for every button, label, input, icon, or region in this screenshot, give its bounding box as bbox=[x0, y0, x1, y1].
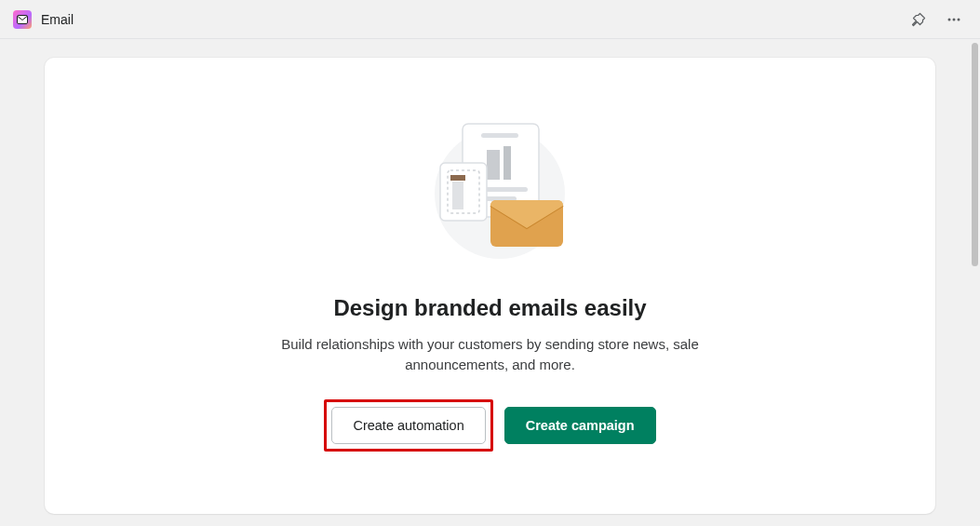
empty-state-title: Design branded emails easily bbox=[333, 295, 646, 321]
email-illustration bbox=[407, 105, 574, 273]
empty-state-subtitle: Build relationships with your customers … bbox=[248, 334, 732, 375]
svg-point-3 bbox=[958, 18, 960, 20]
page-header: Email bbox=[0, 0, 980, 39]
svg-point-2 bbox=[953, 18, 956, 20]
button-row: Create automation Create campaign bbox=[324, 399, 655, 452]
svg-rect-8 bbox=[503, 146, 511, 180]
svg-rect-13 bbox=[452, 182, 463, 209]
vertical-scrollbar[interactable] bbox=[972, 43, 978, 520]
svg-rect-7 bbox=[487, 150, 500, 180]
app-title: Email bbox=[41, 12, 74, 27]
create-campaign-button[interactable]: Create campaign bbox=[504, 407, 656, 444]
empty-state-card: Design branded emails easily Build relat… bbox=[45, 58, 935, 514]
svg-rect-6 bbox=[481, 133, 518, 138]
pin-icon[interactable] bbox=[906, 7, 932, 33]
content-area: Design branded emails easily Build relat… bbox=[0, 39, 980, 526]
svg-point-1 bbox=[948, 18, 951, 20]
scrollbar-thumb[interactable] bbox=[972, 43, 978, 266]
highlight-annotation: Create automation bbox=[324, 399, 492, 452]
header-left: Email bbox=[13, 10, 74, 29]
email-app-icon bbox=[13, 10, 32, 29]
create-automation-button[interactable]: Create automation bbox=[331, 407, 485, 444]
header-right bbox=[906, 7, 967, 33]
svg-rect-14 bbox=[450, 175, 465, 181]
more-icon[interactable] bbox=[941, 7, 967, 33]
